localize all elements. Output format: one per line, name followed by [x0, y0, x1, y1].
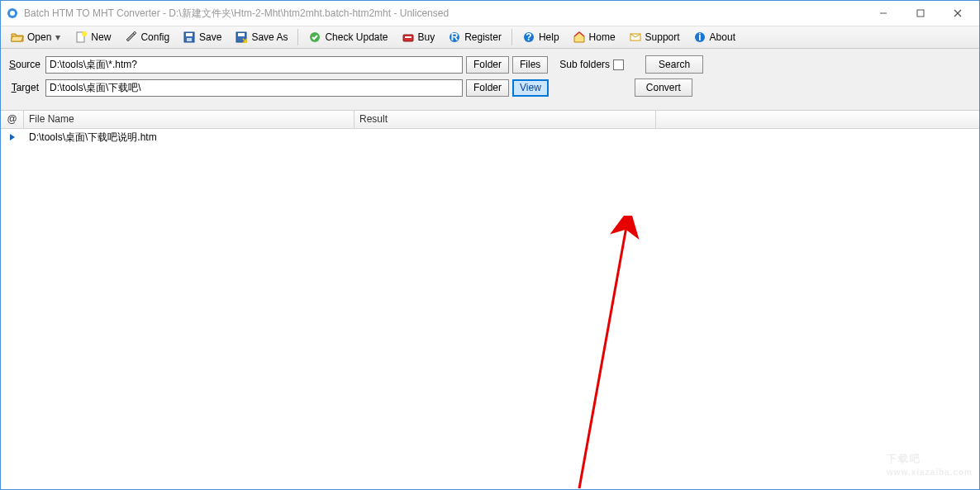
support-label: Support	[645, 31, 680, 43]
config-label: Config	[140, 31, 169, 43]
file-grid-body[interactable]: D:\tools\桌面\下载吧说明.htm 下载吧 www.xiazaiba.c…	[1, 129, 979, 480]
target-folder-button[interactable]: Folder	[466, 79, 509, 97]
save-as-label: Save As	[251, 31, 288, 43]
home-button[interactable]: Home	[567, 28, 621, 46]
sub-folders-checkbox[interactable]	[613, 59, 624, 70]
maximize-button[interactable]	[902, 2, 939, 25]
convert-button[interactable]: Convert	[635, 78, 692, 97]
support-button[interactable]: Support	[623, 28, 686, 46]
help-label: Help	[539, 31, 559, 43]
column-filename[interactable]: File Name	[24, 111, 354, 128]
help-button[interactable]: ? Help	[516, 28, 565, 46]
about-button[interactable]: i About	[687, 28, 741, 46]
source-files-button[interactable]: Files	[512, 56, 548, 74]
sub-folders-label: Sub folders	[559, 59, 610, 70]
svg-text:R: R	[451, 31, 459, 43]
source-input[interactable]	[45, 56, 463, 74]
dropdown-icon: ▾	[55, 31, 61, 43]
check-update-button[interactable]: Check Update	[302, 28, 393, 46]
check-update-icon	[308, 31, 321, 44]
path-form: Source Folder Files Sub folders Search T…	[1, 49, 979, 111]
minimize-button[interactable]	[864, 2, 902, 25]
svg-line-23	[579, 222, 627, 488]
app-icon	[6, 7, 19, 20]
svg-rect-9	[186, 33, 193, 36]
target-input[interactable]	[45, 79, 463, 97]
buy-icon	[402, 31, 415, 44]
svg-rect-15	[405, 36, 412, 38]
support-icon	[629, 31, 642, 44]
window-title: Batch HTM TO MHT Converter - D:\新建文件夹\Ht…	[24, 7, 864, 21]
watermark: 下载吧 www.xiazaiba.com	[887, 441, 973, 477]
close-button[interactable]	[939, 2, 976, 25]
check-update-label: Check Update	[325, 31, 388, 43]
svg-rect-12	[238, 33, 245, 36]
svg-point-7	[82, 31, 87, 36]
svg-text:i: i	[698, 31, 701, 43]
save-as-button[interactable]: Save As	[229, 28, 293, 46]
home-label: Home	[589, 31, 616, 43]
column-spacer	[656, 111, 979, 128]
save-icon	[183, 31, 196, 44]
buy-label: Buy	[418, 31, 435, 43]
open-label: Open	[27, 31, 51, 43]
row-filename: D:\tools\桌面\下载吧说明.htm	[24, 131, 354, 145]
about-label: About	[710, 31, 735, 43]
toolbar-separator	[511, 29, 512, 45]
toolbar-separator	[297, 29, 298, 45]
view-button[interactable]: View	[512, 79, 549, 97]
column-status[interactable]: @	[1, 111, 24, 128]
help-icon: ?	[522, 31, 535, 44]
new-icon	[74, 31, 88, 44]
titlebar: Batch HTM TO MHT Converter - D:\新建文件夹\Ht…	[1, 1, 979, 26]
annotation-arrow	[563, 216, 654, 490]
file-grid-header: @ File Name Result	[1, 111, 979, 129]
column-result[interactable]: Result	[354, 111, 656, 128]
save-button[interactable]: Save	[177, 28, 227, 46]
search-button[interactable]: Search	[645, 55, 703, 74]
svg-rect-10	[187, 38, 192, 41]
save-as-icon	[235, 31, 248, 44]
row-marker-icon	[1, 133, 24, 141]
register-icon: R	[448, 31, 461, 44]
svg-rect-3	[917, 10, 924, 17]
config-button[interactable]: Config	[118, 28, 175, 46]
target-label: Target	[9, 82, 42, 93]
buy-button[interactable]: Buy	[396, 28, 441, 46]
source-folder-button[interactable]: Folder	[466, 56, 509, 74]
register-label: Register	[464, 31, 502, 43]
new-label: New	[91, 31, 111, 43]
new-button[interactable]: New	[69, 28, 117, 46]
home-icon	[573, 31, 586, 44]
open-button[interactable]: Open ▾	[5, 28, 67, 46]
config-icon	[124, 31, 137, 44]
svg-point-1	[10, 11, 15, 16]
table-row[interactable]: D:\tools\桌面\下载吧说明.htm	[1, 129, 979, 144]
register-button[interactable]: R Register	[442, 28, 507, 46]
svg-text:?: ?	[526, 31, 531, 43]
open-icon	[11, 31, 24, 44]
about-icon: i	[693, 31, 706, 44]
source-label: Source	[9, 59, 42, 70]
toolbar: Open ▾ New Config Save Save As Check Upd…	[1, 26, 979, 49]
save-label: Save	[199, 31, 221, 43]
